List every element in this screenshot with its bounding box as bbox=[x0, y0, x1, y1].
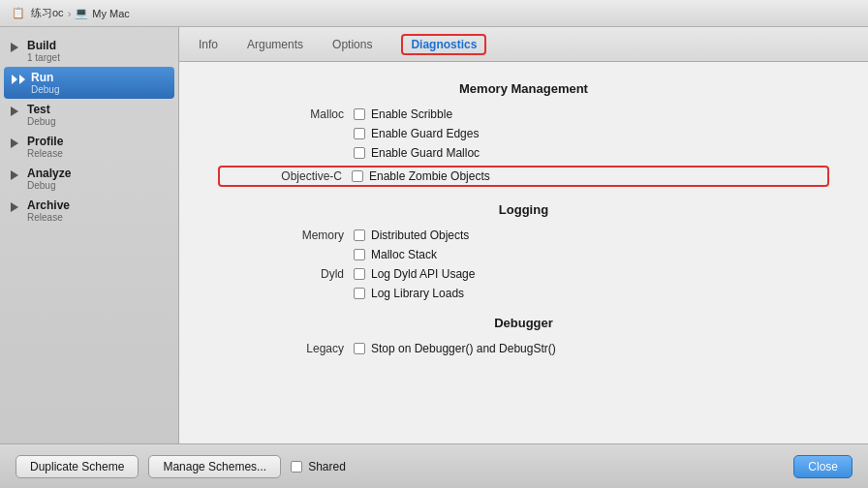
tab-arguments[interactable]: Arguments bbox=[247, 34, 303, 55]
archive-icon bbox=[8, 200, 21, 214]
bottom-bar: Duplicate Scheme Manage Schemes... Share… bbox=[0, 443, 868, 488]
zombie-objects-row: Objective-C Enable Zombie Objects bbox=[218, 166, 829, 187]
shared-area: Shared bbox=[291, 460, 346, 473]
log-dyld-api-row: Dyld Log Dyld API Usage bbox=[218, 267, 829, 281]
analyze-subtitle: Debug bbox=[27, 180, 71, 191]
title-bar: 📋 练习oc › 💻 My Mac bbox=[0, 0, 868, 27]
malloc-stack-checkbox[interactable] bbox=[354, 249, 365, 260]
project-name: 练习oc bbox=[31, 6, 64, 20]
close-button[interactable]: Close bbox=[793, 455, 852, 478]
stop-on-debugger-checkbox[interactable] bbox=[354, 343, 365, 354]
stop-on-debugger-item: Stop on Debugger() and DebugStr() bbox=[354, 342, 556, 355]
tab-bar: Info Arguments Options Diagnostics bbox=[179, 27, 868, 62]
log-library-loads-row: Log Library Loads bbox=[218, 287, 829, 300]
profile-subtitle: Release bbox=[27, 148, 63, 159]
main-panel: Info Arguments Options Diagnostics Memor… bbox=[179, 27, 868, 443]
enable-guard-edges-checkbox[interactable] bbox=[354, 128, 365, 139]
build-icon bbox=[8, 41, 21, 54]
log-dyld-api-item: Log Dyld API Usage bbox=[354, 267, 475, 281]
tab-options[interactable]: Options bbox=[332, 34, 372, 55]
guard-malloc-row: Enable Guard Malloc bbox=[218, 146, 829, 160]
memory-management-title: Memory Management bbox=[218, 81, 829, 96]
profile-icon bbox=[8, 137, 21, 150]
zombie-objects-checkbox[interactable] bbox=[352, 170, 363, 182]
sidebar-item-test[interactable]: Test Debug bbox=[0, 99, 178, 131]
archive-subtitle: Release bbox=[27, 212, 70, 223]
dyld-label: Dyld bbox=[218, 267, 344, 281]
stop-on-debugger-row: Legacy Stop on Debugger() and DebugStr() bbox=[218, 342, 829, 355]
malloc-stack-row: Malloc Stack bbox=[218, 248, 829, 261]
distributed-objects-item: Distributed Objects bbox=[354, 229, 469, 242]
log-library-loads-item: Log Library Loads bbox=[354, 287, 464, 300]
logging-title: Logging bbox=[218, 202, 829, 217]
sidebar-item-profile[interactable]: Profile Release bbox=[0, 131, 178, 163]
memory-label: Memory bbox=[218, 229, 344, 242]
sidebar: Build 1 target Run Debug bbox=[0, 27, 179, 443]
distributed-objects-row: Memory Distributed Objects bbox=[218, 229, 829, 242]
test-subtitle: Debug bbox=[27, 116, 55, 127]
tab-diagnostics[interactable]: Diagnostics bbox=[401, 34, 486, 55]
device-name: My Mac bbox=[92, 8, 130, 19]
shared-checkbox[interactable] bbox=[291, 461, 302, 473]
log-dyld-api-label: Log Dyld API Usage bbox=[371, 267, 475, 281]
legacy-label: Legacy bbox=[218, 342, 344, 355]
breadcrumb: 练习oc › 💻 My Mac bbox=[31, 6, 130, 20]
run-title: Run bbox=[31, 71, 59, 84]
test-title: Test bbox=[27, 103, 55, 116]
archive-title: Archive bbox=[27, 198, 70, 212]
debugger-title: Debugger bbox=[218, 316, 829, 330]
enable-scribble-label: Enable Scribble bbox=[371, 107, 452, 121]
run-icon bbox=[12, 73, 25, 86]
build-subtitle: 1 target bbox=[27, 52, 60, 63]
enable-guard-malloc-checkbox[interactable] bbox=[354, 147, 365, 159]
profile-title: Profile bbox=[27, 135, 63, 148]
test-icon bbox=[8, 105, 21, 118]
log-library-loads-checkbox[interactable] bbox=[354, 288, 365, 299]
analyze-icon bbox=[8, 168, 21, 182]
sidebar-item-analyze[interactable]: Analyze Debug bbox=[0, 163, 178, 195]
malloc-label: Malloc bbox=[218, 107, 344, 121]
enable-guard-edges-item: Enable Guard Edges bbox=[354, 127, 479, 140]
panel-content: Memory Management Malloc Enable Scribble… bbox=[179, 62, 868, 443]
malloc-stack-item: Malloc Stack bbox=[354, 248, 437, 261]
enable-guard-malloc-label: Enable Guard Malloc bbox=[371, 146, 480, 160]
shared-label: Shared bbox=[308, 460, 346, 473]
malloc-row: Malloc Enable Scribble bbox=[218, 107, 829, 121]
zombie-objects-label: Enable Zombie Objects bbox=[369, 169, 490, 183]
distributed-objects-label: Distributed Objects bbox=[371, 229, 469, 242]
analyze-title: Analyze bbox=[27, 167, 71, 180]
sidebar-item-build[interactable]: Build 1 target bbox=[0, 35, 178, 67]
enable-guard-edges-label: Enable Guard Edges bbox=[371, 127, 479, 140]
log-dyld-api-checkbox[interactable] bbox=[354, 268, 365, 280]
manage-schemes-button[interactable]: Manage Schemes... bbox=[148, 455, 281, 478]
distributed-objects-checkbox[interactable] bbox=[354, 229, 365, 241]
enable-guard-malloc-item: Enable Guard Malloc bbox=[354, 146, 480, 160]
objc-label: Objective-C bbox=[226, 169, 342, 183]
malloc-stack-label: Malloc Stack bbox=[371, 248, 437, 261]
guard-edges-row: Enable Guard Edges bbox=[218, 127, 829, 140]
device-icon: 💻 bbox=[75, 7, 88, 19]
enable-scribble-item: Enable Scribble bbox=[354, 107, 452, 121]
project-icon: 📋 bbox=[12, 7, 25, 19]
tab-info[interactable]: Info bbox=[199, 34, 218, 55]
stop-on-debugger-label: Stop on Debugger() and DebugStr() bbox=[371, 342, 556, 355]
enable-scribble-checkbox[interactable] bbox=[354, 108, 365, 120]
run-subtitle: Debug bbox=[31, 84, 59, 95]
content-area: Build 1 target Run Debug bbox=[0, 27, 868, 443]
zombie-objects-item: Enable Zombie Objects bbox=[352, 169, 490, 183]
log-library-loads-label: Log Library Loads bbox=[371, 287, 464, 300]
sidebar-item-run[interactable]: Run Debug bbox=[4, 67, 174, 99]
duplicate-scheme-button[interactable]: Duplicate Scheme bbox=[16, 455, 139, 478]
build-title: Build bbox=[27, 39, 60, 52]
breadcrumb-separator: › bbox=[68, 8, 72, 19]
sidebar-item-archive[interactable]: Archive Release bbox=[0, 195, 178, 227]
main-window: Build 1 target Run Debug bbox=[0, 27, 868, 488]
